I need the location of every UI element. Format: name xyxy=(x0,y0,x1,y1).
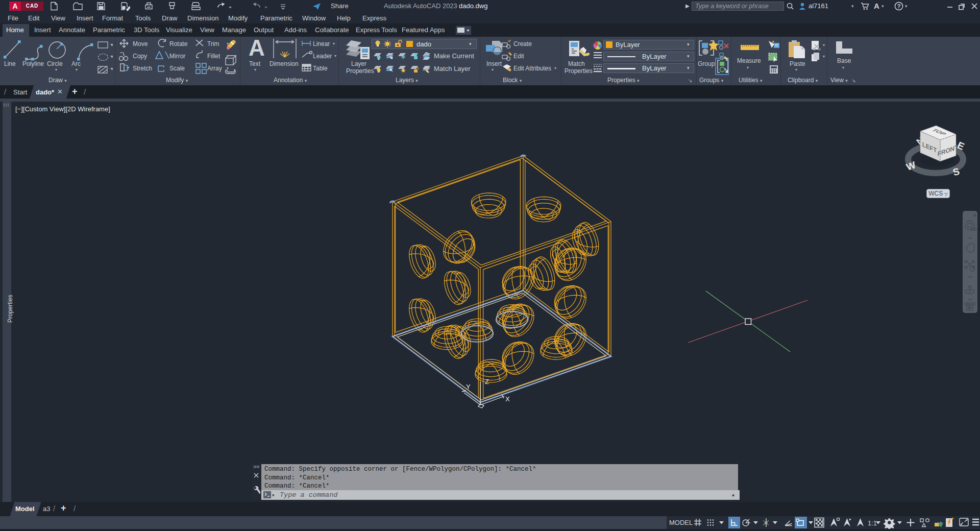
svg-text:1:1: 1:1 xyxy=(868,519,877,527)
svg-text:2D: 2D xyxy=(971,227,977,232)
svg-text:Z: Z xyxy=(485,378,489,385)
svg-text:Y: Y xyxy=(466,383,471,391)
svg-text:X: X xyxy=(505,395,510,403)
